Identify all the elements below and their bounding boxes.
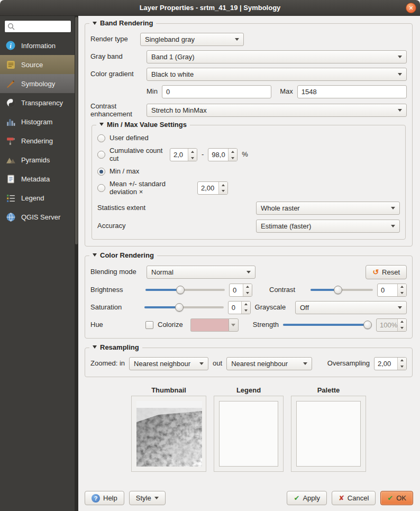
- collapse-icon[interactable]: [93, 22, 97, 25]
- min-max-radio[interactable]: [97, 168, 105, 176]
- legend-frame: [214, 396, 284, 472]
- range-separator: -: [202, 151, 204, 159]
- sidebar-item-symbology[interactable]: Symbology: [0, 74, 78, 93]
- search-icon: [7, 23, 15, 30]
- color-dropdown-button[interactable]: [229, 318, 239, 332]
- contrast-spinbox[interactable]: 0: [377, 284, 407, 297]
- palette-cell: Palette: [291, 386, 366, 472]
- mean-std-radio[interactable]: [97, 184, 105, 192]
- min-max-label: Min / max: [109, 168, 139, 176]
- collapse-icon[interactable]: [93, 345, 97, 349]
- sidebar-item-qgis-server[interactable]: QGIS Server: [0, 207, 78, 226]
- brightness-spinbox[interactable]: 0: [229, 284, 252, 297]
- spin-down-icon[interactable]: [229, 155, 237, 161]
- sidebar-item-transparency[interactable]: Transparency: [0, 93, 78, 112]
- contrast-enhancement-select[interactable]: Stretch to MinMax: [147, 104, 407, 117]
- spin-down-icon[interactable]: [398, 363, 406, 370]
- spin-up-icon[interactable]: [188, 149, 197, 155]
- cumulative-low-spinbox[interactable]: 2,0: [170, 148, 197, 161]
- slider-thumb[interactable]: [334, 286, 342, 294]
- style-menu-button[interactable]: Style: [129, 491, 166, 505]
- max-input[interactable]: 1548: [297, 85, 407, 98]
- grayscale-select[interactable]: Off: [295, 301, 407, 314]
- sidebar-item-source[interactable]: Source: [0, 55, 78, 74]
- reset-button[interactable]: ↺ Reset: [366, 265, 407, 279]
- sidebar-item-pyramids[interactable]: Pyramids: [0, 150, 78, 169]
- symbology-scroll-area: Band Rendering Render type Singleband gr…: [78, 16, 420, 488]
- blending-mode-label: Blending mode: [90, 268, 142, 276]
- collapse-icon[interactable]: [99, 123, 104, 126]
- percent-label: %: [242, 151, 248, 159]
- spin-up-icon[interactable]: [398, 284, 406, 290]
- color-gradient-select[interactable]: Black to white: [147, 68, 407, 81]
- cancel-button[interactable]: ✘ Cancel: [332, 491, 376, 505]
- colorize-color-picker[interactable]: [190, 318, 239, 332]
- collapse-icon[interactable]: [93, 253, 97, 257]
- sidebar-item-information[interactable]: i Information: [0, 36, 78, 55]
- colorize-checkbox[interactable]: [145, 321, 153, 329]
- accuracy-select[interactable]: Estimate (faster): [256, 220, 400, 233]
- slider-thumb[interactable]: [176, 286, 185, 294]
- chevron-down-icon: [398, 306, 402, 309]
- spin-up-icon[interactable]: [242, 302, 250, 308]
- pyramids-icon: [5, 154, 16, 166]
- sidebar-item-histogram[interactable]: Histogram: [0, 112, 78, 131]
- minmax-settings-group: Min / Max Value Settings User defined Cu…: [92, 125, 406, 240]
- strength-spinbox[interactable]: 100%: [376, 318, 407, 332]
- min-input[interactable]: 0: [162, 85, 271, 98]
- mean-std-spinbox[interactable]: 2,00: [197, 181, 228, 195]
- spin-down-icon[interactable]: [188, 155, 197, 161]
- slider-thumb[interactable]: [175, 303, 184, 312]
- spin-down-icon[interactable]: [219, 188, 227, 195]
- sidebar-item-metadata[interactable]: Metadata: [0, 169, 78, 188]
- color-rendering-title: Color Rendering: [100, 251, 154, 259]
- sidebar-item-rendering[interactable]: Rendering: [0, 131, 78, 150]
- statistics-extent-select[interactable]: Whole raster: [256, 202, 400, 215]
- spin-up-icon[interactable]: [229, 149, 237, 155]
- saturation-slider[interactable]: [144, 303, 224, 312]
- ok-button[interactable]: ✔ OK: [380, 491, 413, 505]
- brightness-slider[interactable]: [145, 285, 225, 295]
- user-defined-radio[interactable]: [97, 134, 105, 142]
- sidebar-item-label: Rendering: [21, 137, 53, 145]
- mean-std-label: Mean +/- standard deviation ×: [109, 180, 193, 196]
- zoomed-in-select[interactable]: Nearest neighbour: [129, 357, 208, 370]
- slider-thumb[interactable]: [363, 321, 372, 329]
- oversampling-spinbox[interactable]: 2,00: [374, 357, 407, 370]
- sidebar-scrollbar[interactable]: [75, 16, 78, 511]
- spin-up-icon[interactable]: [219, 182, 227, 188]
- strength-slider[interactable]: [283, 320, 372, 330]
- metadata-icon: [5, 173, 16, 185]
- help-button[interactable]: ? Help: [85, 491, 124, 505]
- cumulative-high-spinbox[interactable]: 98,0: [208, 148, 238, 161]
- zoomed-out-select[interactable]: Nearest neighbour: [226, 357, 312, 370]
- gray-band-select[interactable]: Band 1 (Gray): [147, 50, 407, 63]
- close-button[interactable]: ✕: [406, 3, 416, 13]
- preview-row: Thumbnail: [85, 386, 413, 472]
- resampling-title: Resampling: [100, 343, 139, 351]
- spin-up-icon[interactable]: [398, 319, 406, 325]
- spin-up-icon[interactable]: [243, 284, 252, 290]
- sidebar-item-label: Symbology: [21, 80, 55, 88]
- gray-band-label: Gray band: [90, 53, 142, 61]
- strength-label: Strength: [253, 321, 279, 329]
- sidebar-item-legend[interactable]: Legend: [0, 188, 78, 207]
- spin-down-icon[interactable]: [398, 290, 406, 296]
- spin-down-icon[interactable]: [242, 307, 250, 314]
- render-type-select[interactable]: Singleband gray: [140, 33, 244, 46]
- spin-up-icon[interactable]: [398, 358, 406, 364]
- blending-mode-select[interactable]: Normal: [147, 266, 255, 279]
- chevron-down-icon: [391, 207, 395, 209]
- spin-down-icon[interactable]: [243, 290, 252, 296]
- sidebar-search-input[interactable]: [17, 23, 68, 30]
- color-swatch[interactable]: [190, 318, 229, 332]
- sidebar-item-label: Source: [21, 61, 43, 69]
- apply-button[interactable]: ✔ Apply: [287, 491, 326, 505]
- spin-down-icon[interactable]: [398, 325, 406, 331]
- saturation-spinbox[interactable]: 0: [228, 301, 251, 314]
- palette-label: Palette: [317, 386, 340, 394]
- contrast-slider[interactable]: [311, 285, 373, 295]
- cumulative-count-cut-radio[interactable]: [97, 151, 105, 159]
- undo-icon: ↺: [372, 268, 379, 276]
- sidebar-scrollbar-thumb[interactable]: [75, 17, 78, 244]
